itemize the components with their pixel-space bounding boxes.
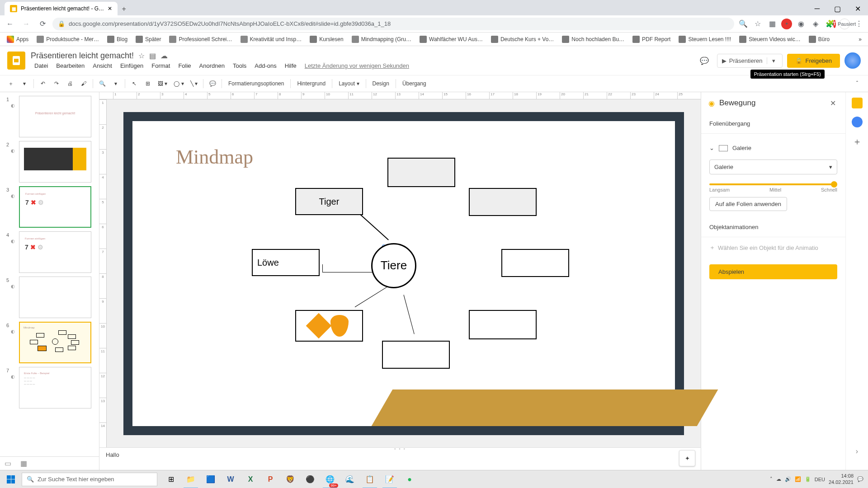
connector-line[interactable] xyxy=(322,264,323,272)
obs-icon[interactable]: ⚫ xyxy=(300,470,320,488)
chrome-menu-icon[interactable]: ⋮ xyxy=(854,19,864,29)
comment-tool[interactable]: 💬 xyxy=(206,77,219,90)
profile-chip[interactable]: T Pausiert xyxy=(839,19,850,29)
spotify-icon[interactable]: ● xyxy=(400,470,420,488)
chrome-icon[interactable]: 🌐99+ xyxy=(320,470,340,488)
slide-thumb-7[interactable]: Erste Folie – Beispiel— — — —— — —— — — … xyxy=(19,367,91,408)
bookmark-item[interactable]: Büro xyxy=(806,34,833,44)
slide-thumb-1[interactable]: Präsentieren leicht gemacht! xyxy=(19,96,91,137)
volume-icon[interactable]: 🔊 xyxy=(785,476,791,482)
bookmark-apps[interactable]: Apps xyxy=(4,34,32,44)
bookmark-item[interactable]: Blog xyxy=(104,34,131,44)
qr-icon[interactable]: ▦ xyxy=(767,19,778,29)
menu-einfuegen[interactable]: Einfügen xyxy=(117,61,147,70)
zoom-dropdown[interactable]: ▾ xyxy=(109,77,122,90)
tray-chevron-icon[interactable]: ˄ xyxy=(770,476,773,482)
star-icon[interactable]: ☆ xyxy=(752,19,763,29)
new-tab-button[interactable]: + xyxy=(118,3,130,15)
slide-thumb-3[interactable]: Formen einfügen7 ✖ ⚙ xyxy=(19,186,91,228)
word-icon[interactable]: W xyxy=(221,470,241,488)
design-button[interactable]: Design xyxy=(369,79,393,89)
redo-button[interactable]: ↷ xyxy=(50,77,63,90)
zoom-button[interactable]: 🔍 xyxy=(96,77,108,90)
mindmap-box[interactable] xyxy=(469,310,537,339)
background-button[interactable]: Hintergrund xyxy=(293,79,329,89)
reload-button[interactable]: ⟳ xyxy=(36,18,49,30)
menu-tools[interactable]: Tools xyxy=(229,61,250,70)
app-icon[interactable]: 📋 xyxy=(360,470,380,488)
brave-icon[interactable]: 🦁 xyxy=(280,470,300,488)
notification-icon[interactable]: 💬 xyxy=(857,476,863,482)
filmstrip-view-icon[interactable]: ▭ xyxy=(5,459,11,468)
menu-folie[interactable]: Folie xyxy=(175,61,194,70)
add-addon-icon[interactable]: ＋ xyxy=(853,136,862,148)
account-avatar[interactable] xyxy=(844,52,861,69)
collapse-toolbar-icon[interactable]: ˆ xyxy=(851,77,863,90)
notes-text[interactable]: Hallo xyxy=(106,451,119,458)
bookmark-item[interactable]: Professionell Schrei… xyxy=(166,34,235,44)
new-slide-button[interactable]: ＋ xyxy=(5,77,17,90)
bookmark-item[interactable]: Später xyxy=(132,34,164,44)
start-button[interactable] xyxy=(0,470,22,488)
bookmark-overflow[interactable]: » xyxy=(856,36,864,42)
keep-icon[interactable] xyxy=(852,98,863,108)
new-slide-dropdown[interactable]: ▾ xyxy=(18,77,31,90)
tasks-icon[interactable] xyxy=(852,117,863,127)
last-edit-link[interactable]: Letzte Änderung vor wenigen Sekunden xyxy=(301,61,413,70)
extension-icon-2[interactable]: ◈ xyxy=(810,19,821,29)
mindmap-box[interactable] xyxy=(501,249,569,277)
move-icon[interactable]: ▤ xyxy=(149,52,156,60)
address-bar[interactable]: 🔒 docs.google.com/presentation/d/1yV372S… xyxy=(52,18,734,30)
close-window-button[interactable]: ✕ xyxy=(848,2,868,15)
explore-button[interactable]: ✦ xyxy=(679,450,695,466)
notes-drag-handle[interactable]: • • • xyxy=(394,446,406,451)
maximize-button[interactable]: ▢ xyxy=(827,2,848,15)
onedrive-icon[interactable]: ☁ xyxy=(776,476,781,482)
forward-button[interactable]: → xyxy=(20,18,33,30)
app-icon[interactable]: 🟦 xyxy=(201,470,221,488)
slides-logo-icon[interactable] xyxy=(7,52,25,70)
menu-ansicht[interactable]: Ansicht xyxy=(89,61,116,70)
extension-badge[interactable]: ✦ xyxy=(781,19,792,29)
speaker-notes[interactable]: • • • Hallo ✦ xyxy=(99,447,701,470)
grid-view-icon[interactable]: ▦ xyxy=(20,459,27,468)
select-tool[interactable]: ↖ xyxy=(128,77,141,90)
bookmark-item[interactable]: Kurslesen xyxy=(307,34,346,44)
mindmap-box[interactable] xyxy=(387,158,455,187)
slide-thumb-4[interactable]: Formen einfügen7 ✖ ⚙ xyxy=(19,231,91,273)
minimize-button[interactable]: ─ xyxy=(807,2,827,15)
transition-row[interactable]: ⌄ Galerie xyxy=(709,140,837,156)
slide-title[interactable]: Mindmap xyxy=(176,145,253,169)
speed-slider[interactable] xyxy=(709,178,837,187)
file-explorer-icon[interactable]: 📁 xyxy=(181,470,201,488)
present-dropdown-icon[interactable]: ▾ xyxy=(767,57,778,64)
battery-icon[interactable]: 🔋 xyxy=(805,476,811,482)
print-button[interactable]: 🖨 xyxy=(64,77,76,90)
notepad-icon[interactable]: 📝 xyxy=(380,470,400,488)
shape-tool[interactable]: ◯ ▾ xyxy=(171,77,186,90)
windows-search[interactable]: 🔍 Zur Suche Text hier eingeben xyxy=(22,473,157,486)
menu-bearbeiten[interactable]: Bearbeiten xyxy=(52,61,88,70)
textbox-tool[interactable]: ⊞ xyxy=(142,77,154,90)
play-button[interactable]: Abspielen xyxy=(709,264,837,279)
expand-sidebar-icon[interactable]: › xyxy=(856,447,858,455)
browser-tab[interactable]: ▦ Präsentieren leicht gemacht! - G… ✕ xyxy=(5,2,118,15)
wifi-icon[interactable]: 📶 xyxy=(795,476,801,482)
mindmap-box-tiger[interactable]: Tiger xyxy=(295,188,363,215)
menu-anordnen[interactable]: Anordnen xyxy=(196,61,228,70)
zoom-icon[interactable]: 🔍 xyxy=(738,19,749,29)
bookmark-item[interactable]: Noch hochladen Bu… xyxy=(559,34,627,44)
slide-thumb-2[interactable] xyxy=(19,141,91,183)
clock[interactable]: 14:08 24.02.2021 xyxy=(829,473,854,485)
tab-close-icon[interactable]: ✕ xyxy=(108,5,112,12)
star-icon[interactable]: ☆ xyxy=(138,52,145,60)
document-title[interactable]: Präsentieren leicht gemacht! xyxy=(31,51,134,61)
powerpoint-icon[interactable]: P xyxy=(260,470,280,488)
slider-thumb[interactable] xyxy=(831,181,837,188)
transition-button[interactable]: Übergang xyxy=(399,79,430,89)
extension-icon[interactable]: ◉ xyxy=(796,19,807,29)
connector-line[interactable] xyxy=(404,295,415,334)
line-tool[interactable]: ╲ ▾ xyxy=(188,77,200,90)
excel-icon[interactable]: X xyxy=(241,470,260,488)
mindmap-box-shapes[interactable] xyxy=(295,310,363,342)
